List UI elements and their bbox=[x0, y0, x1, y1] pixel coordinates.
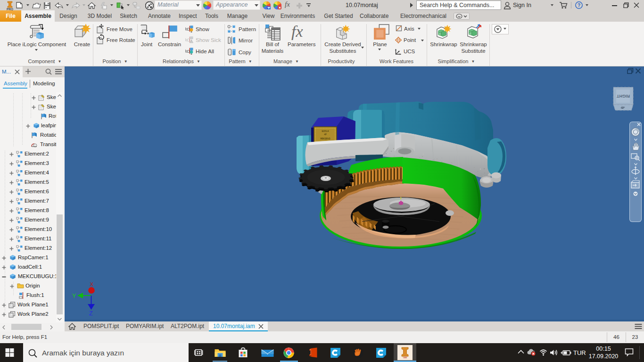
svg-text:!: ! bbox=[191, 40, 192, 43]
svg-text:X: X bbox=[90, 281, 94, 287]
svg-text:Y: Y bbox=[72, 293, 76, 299]
svg-text:4P: 4P bbox=[324, 133, 327, 136]
svg-text:Z: Z bbox=[89, 310, 93, 317]
svg-text:E0514: E0514 bbox=[322, 130, 329, 133]
svg-text:RIGHT: RIGHT bbox=[617, 94, 630, 99]
svg-text:?: ? bbox=[578, 3, 580, 8]
svg-text:MRKSRVO: MRKSRVO bbox=[320, 138, 330, 140]
svg-text:CAD: CAD bbox=[403, 356, 407, 358]
